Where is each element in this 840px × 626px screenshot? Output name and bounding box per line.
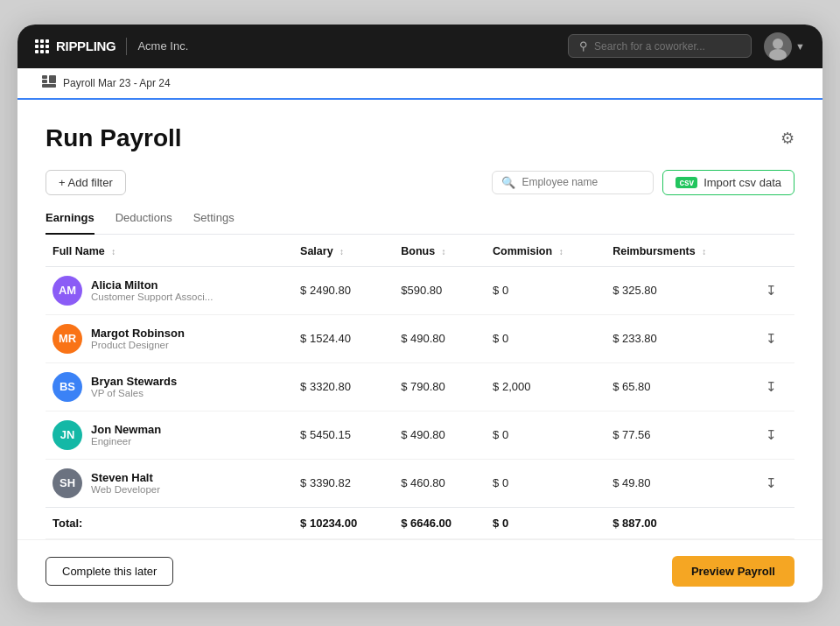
- commission-cell: $ 0: [486, 411, 606, 459]
- nav-search-bar[interactable]: ⚲: [568, 34, 752, 58]
- nav-company: Acme Inc.: [137, 39, 188, 53]
- table-row: AM Alicia Milton Customer Support Associ…: [46, 266, 794, 314]
- col-bonus[interactable]: Bonus ↕: [394, 235, 486, 267]
- download-cell[interactable]: ↧: [759, 459, 794, 507]
- download-cell[interactable]: ↧: [759, 362, 794, 411]
- bonus-cell: $ 490.80: [394, 411, 486, 459]
- employee-search-input[interactable]: [522, 176, 644, 188]
- total-salary: $ 10234.00: [293, 507, 394, 538]
- employee-cell: JN Jon Newman Engineer: [46, 411, 293, 459]
- avatar: AM: [52, 276, 82, 306]
- employee-search-wrap[interactable]: 🔍: [492, 171, 654, 194]
- download-icon[interactable]: ↧: [766, 379, 777, 394]
- total-commission: $ 0: [486, 507, 606, 538]
- col-fullname[interactable]: Full Name ↕: [46, 235, 293, 267]
- download-cell[interactable]: ↧: [759, 266, 794, 314]
- avatar: BS: [52, 372, 82, 402]
- col-salary[interactable]: Salary ↕: [293, 235, 394, 267]
- table-row: MR Margot Robinson Product Designer $ 15…: [46, 314, 794, 362]
- reimbursements-cell: $ 77.56: [606, 411, 759, 459]
- employee-cell: AM Alicia Milton Customer Support Associ…: [46, 266, 293, 314]
- reimbursements-cell: $ 65.80: [606, 362, 759, 411]
- commission-cell: $ 0: [486, 459, 606, 507]
- reimbursements-cell: $ 49.80: [606, 459, 759, 507]
- bonus-cell: $ 460.80: [394, 459, 486, 507]
- main-content: Run Payroll ⚙ + Add filter 🔍 csv Import …: [18, 100, 822, 539]
- bonus-cell: $590.80: [394, 266, 486, 314]
- download-cell[interactable]: ↧: [759, 411, 794, 459]
- top-nav: RIPPLING Acme Inc. ⚲ ▼: [18, 25, 822, 68]
- download-cell[interactable]: ↧: [759, 314, 794, 362]
- col-reimbursements[interactable]: Reimbursments ↕: [606, 235, 759, 267]
- employee-name: Bryan Stewards: [91, 375, 177, 388]
- avatar: SH: [52, 468, 82, 498]
- svg-rect-2: [42, 75, 47, 79]
- total-label: Total:: [46, 507, 293, 538]
- salary-cell: $ 3320.80: [293, 362, 394, 411]
- employee-role: VP of Sales: [91, 388, 177, 398]
- bonus-cell: $ 790.80: [394, 362, 486, 411]
- toolbar: + Add filter 🔍 csv Import csv data: [46, 170, 794, 195]
- commission-cell: $ 2,000: [486, 362, 606, 411]
- commission-cell: $ 0: [486, 266, 606, 314]
- employee-role: Engineer: [91, 436, 161, 447]
- import-csv-button[interactable]: csv Import csv data: [662, 170, 794, 195]
- table-row: JN Jon Newman Engineer $ 5450.15 $ 490.8…: [46, 411, 794, 459]
- nav-logo: RIPPLING: [35, 39, 116, 53]
- footer: Complete this later Preview Payroll: [18, 539, 822, 602]
- svg-point-0: [773, 39, 783, 49]
- salary-cell: $ 2490.80: [293, 266, 394, 314]
- svg-rect-4: [49, 75, 56, 83]
- breadcrumb-text: Payroll Mar 23 - Apr 24: [63, 77, 171, 89]
- rippling-logo-icon: [35, 39, 49, 53]
- salary-cell: $ 1524.40: [293, 314, 394, 362]
- complete-later-button[interactable]: Complete this later: [46, 557, 173, 586]
- download-icon[interactable]: ↧: [766, 331, 777, 346]
- total-bonus: $ 6646.00: [394, 507, 486, 538]
- payroll-table: Full Name ↕ Salary ↕ Bonus ↕ Commision ↕…: [46, 235, 794, 539]
- page-title: Run Payroll: [46, 124, 182, 152]
- employee-name: Jon Newman: [91, 423, 161, 436]
- total-reimbursements: $ 887.00: [606, 507, 759, 538]
- settings-button[interactable]: ⚙: [780, 129, 794, 148]
- download-icon[interactable]: ↧: [766, 475, 777, 490]
- breadcrumb-icon: [42, 75, 56, 90]
- bonus-cell: $ 490.80: [394, 314, 486, 362]
- reimbursements-cell: $ 233.80: [606, 314, 759, 362]
- search-icon: ⚲: [579, 39, 588, 53]
- search-icon: 🔍: [501, 176, 515, 189]
- nav-logo-text: RIPPLING: [56, 39, 116, 53]
- page-header: Run Payroll ⚙: [46, 124, 794, 152]
- csv-badge: csv: [676, 177, 697, 188]
- tab-deductions[interactable]: Deductions: [116, 211, 172, 235]
- add-filter-button[interactable]: + Add filter: [46, 170, 126, 195]
- svg-rect-3: [42, 80, 47, 83]
- total-row: Total: $ 10234.00 $ 6646.00 $ 0 $ 887.00: [46, 507, 794, 538]
- employee-role: Customer Support Associ...: [91, 292, 213, 302]
- svg-point-1: [769, 49, 787, 60]
- reimbursements-cell: $ 325.80: [606, 266, 759, 314]
- download-icon[interactable]: ↧: [766, 427, 777, 442]
- breadcrumb: Payroll Mar 23 - Apr 24: [18, 68, 822, 100]
- nav-divider: [126, 38, 127, 55]
- import-csv-label: Import csv data: [704, 176, 781, 189]
- table-row: BS Bryan Stewards VP of Sales $ 3320.80 …: [46, 362, 794, 411]
- employee-name: Margot Robinson: [91, 327, 185, 340]
- tab-earnings[interactable]: Earnings: [46, 211, 94, 235]
- avatar[interactable]: [764, 32, 792, 60]
- chevron-down-icon: ▼: [795, 41, 805, 52]
- tab-settings[interactable]: Settings: [193, 211, 234, 235]
- commission-cell: $ 0: [486, 314, 606, 362]
- employee-role: Web Developer: [91, 484, 160, 495]
- tabs: Earnings Deductions Settings: [46, 211, 794, 235]
- employee-role: Product Designer: [91, 340, 185, 350]
- svg-rect-5: [42, 84, 56, 88]
- employee-cell: BS Bryan Stewards VP of Sales: [46, 362, 293, 411]
- preview-payroll-button[interactable]: Preview Payroll: [672, 556, 794, 587]
- col-commission[interactable]: Commision ↕: [486, 235, 606, 267]
- employee-cell: MR Margot Robinson Product Designer: [46, 314, 293, 362]
- nav-search-input[interactable]: [594, 40, 740, 53]
- employee-cell: SH Steven Halt Web Developer: [46, 459, 293, 507]
- employee-name: Alicia Milton: [91, 278, 213, 292]
- download-icon[interactable]: ↧: [766, 283, 777, 298]
